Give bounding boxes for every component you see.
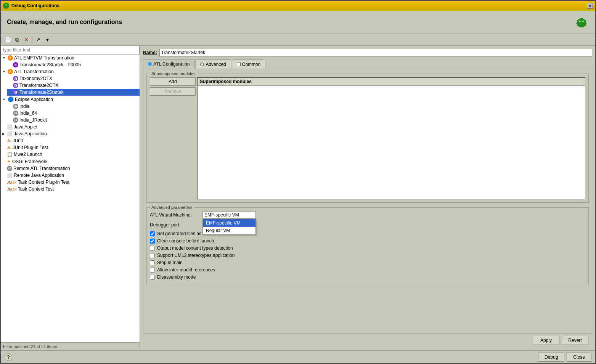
- checkbox-disassembly-input[interactable]: [150, 275, 155, 280]
- eclipse-item-icon3: ⊖: [13, 117, 18, 123]
- task-test-icon: Jtask: [7, 187, 17, 191]
- checkbox-stop-main: Stop in main: [150, 260, 585, 265]
- eclipse-item-icon2: ⊖: [13, 111, 18, 116]
- tree-label: Java Application: [14, 131, 47, 136]
- table-header: Superimposed modules: [198, 78, 585, 86]
- window-icon: [3, 3, 9, 9]
- tree-item-transformate2startek-p0005[interactable]: ▶ E Transformate2Startek - P0005: [7, 61, 140, 68]
- tab-atl-configuration[interactable]: ATL Configuration: [143, 59, 194, 69]
- name-row: Name:: [143, 49, 592, 56]
- tree-item-atl-transformation[interactable]: ▼ A ATL Transformation: [1, 68, 140, 75]
- filter-input[interactable]: [1, 46, 140, 54]
- tree-item-junit[interactable]: ▶ Ju JUnit: [1, 137, 140, 144]
- new-config-button[interactable]: 📄: [4, 35, 12, 44]
- bottom-area: Apply Revert: [143, 333, 592, 347]
- tree-item-india[interactable]: ▶ ⊖ India: [7, 103, 140, 110]
- e-icon: E: [13, 62, 18, 67]
- svg-point-1: [5, 4, 7, 6]
- tab-advanced[interactable]: Advanced: [195, 59, 231, 69]
- close-dialog-button[interactable]: Close: [567, 353, 591, 362]
- checkbox-output-model-input[interactable]: [150, 246, 155, 251]
- tree-item-junit-plugin[interactable]: ▶ Jú JUnit Plug-in Test: [1, 144, 140, 151]
- checkbox-disassembly-label: Disassembly mode: [157, 274, 196, 280]
- remove-button[interactable]: Remove: [150, 87, 196, 96]
- add-button[interactable]: Add: [150, 77, 196, 86]
- eclipse-item-icon: ⊖: [13, 104, 18, 109]
- debug-button[interactable]: Debug: [538, 353, 564, 362]
- tree-label: Transformate2Startek - P0005: [19, 62, 81, 67]
- tree-item-java-application[interactable]: ▶ ⬜ Java Application: [1, 130, 140, 137]
- tab-label-advanced: Advanced: [206, 62, 226, 67]
- title-bar-text: Debug Configurations: [11, 3, 585, 8]
- superimposed-modules-legend: Superimposed modules: [150, 71, 197, 76]
- svg-line-8: [584, 23, 587, 24]
- tree-label: Mwe2 Launch: [14, 152, 42, 157]
- expand-all-button[interactable]: ▾: [43, 35, 51, 44]
- checkbox-uml2-input[interactable]: [150, 253, 155, 258]
- tree-item-task-test[interactable]: ▶ Jtask Task Context Test: [1, 186, 140, 192]
- tree-item-transformate2otx[interactable]: ▶ ◑ Transformate2OTX: [7, 82, 140, 89]
- tree-label: Remote ATL Transformation: [13, 166, 70, 171]
- java-app-icon: ⬜: [7, 131, 13, 136]
- name-input[interactable]: [159, 49, 592, 56]
- tree-item-remote-java[interactable]: ▶ ⬜ Remote Java Application: [1, 172, 140, 179]
- revert-button[interactable]: Revert: [562, 336, 588, 345]
- body-layout: ▼ A ATL EMFTVM Transformation ▶ E Transf…: [1, 46, 595, 350]
- tree-label: Transformate2OTX: [19, 83, 58, 88]
- tree-item-eclipse-app[interactable]: ▼ 🔵 Eclipse Application: [1, 96, 140, 103]
- tree-item-india-jrockit[interactable]: ▶ ⊖ India_JRockit: [7, 117, 140, 123]
- tree-item-india64[interactable]: ▶ ⊖ India_64: [7, 110, 140, 117]
- dropdown-opt-emf[interactable]: EMF-specific VM: [203, 219, 255, 227]
- remote-java-icon: ⬜: [7, 173, 13, 178]
- tab-common[interactable]: Common: [232, 59, 266, 69]
- footer: ? Debug Close: [1, 350, 595, 363]
- help-button[interactable]: ?: [5, 353, 12, 361]
- close-button[interactable]: ✕: [587, 3, 593, 9]
- tree-item-java-applet[interactable]: ▶ ⬜ Java Applet: [1, 123, 140, 130]
- dropdown-opt-regular[interactable]: Regular VM: [203, 227, 255, 234]
- checkbox-uml2: Support UML2 stereotypes application: [150, 253, 585, 258]
- expand-icon: ▼: [2, 56, 6, 60]
- junit-plugin-icon: Jú: [7, 145, 11, 150]
- tree-item-osgi[interactable]: ▶ ✦ OSGi Framework: [1, 158, 140, 165]
- superimposed-buttons: Add Remove: [150, 77, 196, 199]
- checkbox-allow-inter: Allow inter-model references: [150, 267, 585, 273]
- tree-label: Task Context Test: [18, 186, 54, 192]
- checkbox-allow-inter-input[interactable]: [150, 268, 155, 273]
- superimposed-modules-section: Superimposed modules Add Remove Superimp…: [146, 71, 589, 203]
- checkbox-set-generated-input[interactable]: [150, 231, 155, 236]
- java-applet-icon: ⬜: [7, 124, 13, 130]
- toolbar-separator: [32, 36, 32, 43]
- tree-label: JUnit Plug-in Test: [13, 145, 48, 150]
- tabs-container: ATL Configuration Advanced Common: [143, 59, 592, 69]
- tab-radio-advanced: [200, 63, 204, 66]
- superimposed-layout: Add Remove Superimposed modules: [150, 77, 585, 199]
- tree-container: ▼ A ATL EMFTVM Transformation ▶ E Transf…: [1, 54, 140, 342]
- tree-item-task-plugin[interactable]: ▶ Jtask Task Context Plug-in Test: [1, 179, 140, 186]
- apply-button[interactable]: Apply: [533, 336, 559, 345]
- duplicate-config-button[interactable]: ⧉: [13, 35, 21, 44]
- checkbox-clear-console-input[interactable]: [150, 239, 155, 244]
- tree-item-remote-atl[interactable]: ▶ ↺ Remote ATL Transformation: [1, 165, 140, 172]
- main-header: Create, manage, and run configurations: [1, 11, 595, 34]
- checkbox-stop-main-input[interactable]: [150, 260, 155, 265]
- checkbox-clear-console: Clear console before launch: [150, 238, 585, 244]
- atl-icon: A: [8, 69, 13, 74]
- tree-item-mwe2[interactable]: ▶ 📋 Mwe2 Launch: [1, 151, 140, 158]
- export-button[interactable]: ↗: [34, 35, 42, 44]
- tree-item-taxonomy2otx[interactable]: ▶ ◑ Taxonomy2OTX: [7, 75, 140, 82]
- tree-item-transformate2startek[interactable]: ▶ ◑ Transformate2Startek: [7, 89, 140, 96]
- toolbar: 📄 ⧉ ✕ ↗ ▾: [1, 34, 595, 46]
- tab-label-common: Common: [242, 62, 261, 67]
- atl-item-icon2: ◑: [13, 83, 18, 88]
- atl-vm-select[interactable]: EMF-specific VM Regular VM: [202, 211, 256, 219]
- page-title: Create, manage, and run configurations: [7, 19, 122, 26]
- atl-item-icon3: ◑: [13, 90, 18, 95]
- tree-label: Java Applet: [14, 124, 37, 130]
- tree-item-atl-emftvm[interactable]: ▼ A ATL EMFTVM Transformation: [1, 55, 140, 61]
- delete-config-button[interactable]: ✕: [22, 35, 31, 44]
- tree-label: India_JRockit: [19, 117, 47, 123]
- osgi-icon: ✦: [7, 159, 11, 164]
- checkbox-clear-console-label: Clear console before launch: [157, 238, 214, 244]
- expand-icon: ▼: [2, 70, 6, 74]
